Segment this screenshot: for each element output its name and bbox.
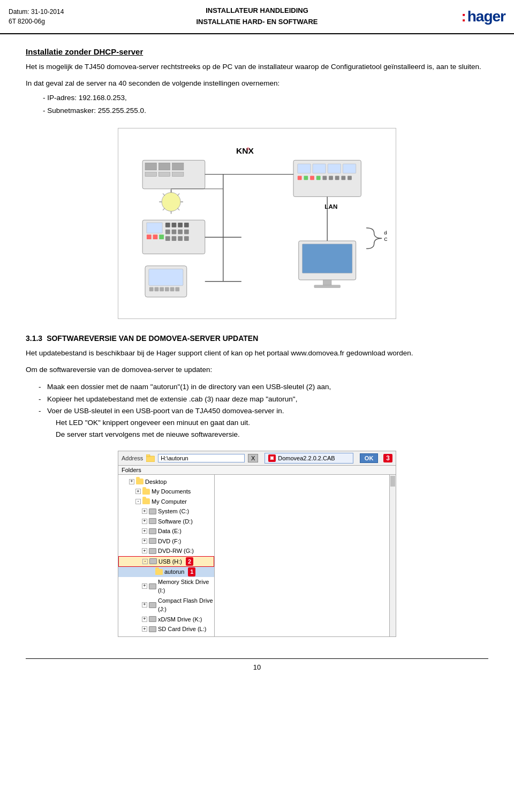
fm-expand-icon: + xyxy=(142,617,147,622)
fm-address-input[interactable]: H:\autorun xyxy=(158,454,245,462)
svg-rect-34 xyxy=(184,237,189,241)
settings-ip: IP-adres: 192.168.0.253, xyxy=(43,92,488,104)
fm-badge-2: 2 xyxy=(186,557,193,566)
fm-tree-item-autorun[interactable]: autorun 1 xyxy=(118,567,214,577)
svg-rect-7 xyxy=(158,172,170,177)
svg-rect-48 xyxy=(298,176,302,180)
fm-expand-icon: + xyxy=(142,626,147,632)
fm-ok-button[interactable]: OK xyxy=(360,453,379,463)
fm-drive-icon xyxy=(149,509,156,514)
svg-rect-47 xyxy=(343,164,356,173)
fm-item-label: Data (E:) xyxy=(158,527,182,536)
fm-item-label: autorun xyxy=(164,567,184,576)
fm-drive-icon xyxy=(149,558,157,564)
fm-expand-icon: + xyxy=(129,479,134,484)
fm-drive-icon xyxy=(149,548,156,554)
header-title2: INSTALLATIE HARD- EN SOFTWARE xyxy=(196,17,318,28)
svg-rect-22 xyxy=(159,235,164,240)
fm-tree-item-g[interactable]: + DVD-RW (G:) xyxy=(118,546,214,556)
svg-rect-45 xyxy=(313,164,326,173)
svg-rect-40 xyxy=(165,287,169,292)
svg-text:domovea: domovea xyxy=(384,231,387,236)
fm-tree-item-j[interactable]: + Compact Flash Drive (J:) xyxy=(118,596,214,614)
svg-rect-5 xyxy=(172,163,184,171)
svg-rect-6 xyxy=(145,172,156,177)
knx-diagram-svg: KNX ® xyxy=(127,137,387,308)
fm-no-expand xyxy=(148,567,154,576)
header-date: Datum: 31-10-2014 xyxy=(9,7,84,17)
file-manager-window: Address H:\autorun X ▣ Domovea2.2.0.2.CA… xyxy=(118,451,396,637)
svg-rect-51 xyxy=(316,176,321,180)
file-manager-screenshot: Address H:\autorun X ▣ Domovea2.2.0.2.CA… xyxy=(26,451,488,637)
fm-item-label: Compact Flash Drive (J:) xyxy=(158,596,214,614)
fm-item-label: DVD (F:) xyxy=(158,537,181,546)
svg-rect-8 xyxy=(172,172,184,177)
fm-tree-item-f[interactable]: + DVD (F:) xyxy=(118,536,214,547)
settings-subnet: Subnetmasker: 255.255.255.0. xyxy=(43,104,488,117)
fm-folder-icon xyxy=(155,569,163,575)
svg-line-14 xyxy=(163,194,165,196)
section-dhcp-para1: Het is mogelijk de TJ450 domovea-server … xyxy=(26,62,488,73)
update-step-3-line2: Het LED "OK" knippert ongeveer een minuu… xyxy=(47,419,250,427)
update-steps-list: Maak een dossier met de naam "autorun"(1… xyxy=(26,381,488,441)
page-number: 10 xyxy=(253,663,261,671)
page-content: Installatie zonder DHCP-server Het is mo… xyxy=(0,34,514,688)
header-docnum: 6T 8200-06g xyxy=(9,17,84,26)
fm-tree-item-k[interactable]: + xD/SM Drive (K:) xyxy=(118,614,214,625)
fm-expand-icon: - xyxy=(142,559,148,564)
update-step-1: Maak een dossier met de naam "autorun"(1… xyxy=(39,381,488,393)
svg-rect-28 xyxy=(172,230,177,234)
fm-folder-icon xyxy=(136,479,143,484)
fm-expand-icon: + xyxy=(142,519,147,524)
fm-tree-item-d[interactable]: + Software (D:) xyxy=(118,517,214,527)
update-step-2: Kopieer het updatebestand met de extensi… xyxy=(39,393,488,405)
fm-drive-icon xyxy=(149,583,156,589)
hager-logo-colon: : xyxy=(461,8,466,25)
fm-tree-item-c[interactable]: + System (C:) xyxy=(118,506,214,517)
fm-body: + Desktop + My Documents - My Compu xyxy=(118,475,396,636)
svg-line-16 xyxy=(163,208,165,210)
fm-item-label: SD Card Drive (L:) xyxy=(158,625,206,634)
svg-rect-61 xyxy=(314,285,341,288)
svg-text:®: ® xyxy=(247,147,250,151)
svg-rect-21 xyxy=(153,235,158,240)
svg-rect-27 xyxy=(165,230,170,234)
fm-folders-label-row: Folders xyxy=(118,466,396,475)
svg-rect-56 xyxy=(347,176,352,180)
svg-rect-59 xyxy=(303,244,352,273)
header-center: INSTALLATEUR HANDLEIDING INSTALLATIE HAR… xyxy=(84,4,430,29)
fm-expand-icon: + xyxy=(142,528,147,534)
fm-main-area xyxy=(215,475,389,636)
fm-address-label: Address xyxy=(122,455,143,461)
page-footer: 10 xyxy=(26,658,488,671)
svg-rect-4 xyxy=(158,163,170,171)
fm-item-label: System (C:) xyxy=(158,507,189,516)
fm-tree-item-i[interactable]: + Memory Stick Drive (I:) xyxy=(118,577,214,596)
header-right: : hager xyxy=(430,4,505,29)
svg-rect-20 xyxy=(147,235,152,240)
fm-drive-icon xyxy=(149,626,156,632)
fm-close-button[interactable]: X xyxy=(248,454,258,462)
fm-tree-item-h-usb[interactable]: - USB (H:) 2 xyxy=(118,556,214,567)
fm-scrollbar[interactable] xyxy=(389,475,396,636)
svg-rect-30 xyxy=(184,230,189,234)
svg-rect-38 xyxy=(155,287,159,292)
svg-rect-46 xyxy=(328,164,341,173)
header-left: Datum: 31-10-2014 6T 8200-06g xyxy=(9,4,84,29)
svg-rect-33 xyxy=(178,237,183,241)
fm-expand-icon: + xyxy=(142,548,147,553)
fm-sidebar: + Desktop + My Documents - My Compu xyxy=(118,475,215,636)
svg-rect-42 xyxy=(175,287,179,292)
fm-badge-1: 1 xyxy=(188,567,195,576)
svg-rect-31 xyxy=(165,237,170,241)
fm-tree-item-e[interactable]: + Data (E:) xyxy=(118,526,214,536)
settings-list: IP-adres: 192.168.0.253, Subnetmasker: 2… xyxy=(26,92,488,118)
fm-tree-item-mycomputer[interactable]: - My Computer xyxy=(118,497,214,507)
fm-tree-item-desktop[interactable]: + Desktop xyxy=(118,477,214,487)
fm-tree-item-l[interactable]: + SD Card Drive (L:) xyxy=(118,624,214,634)
subsection-para2-intro: Om de softwareversie van de domovea-serv… xyxy=(26,365,488,376)
fm-tree-item-mydocs[interactable]: + My Documents xyxy=(118,487,214,497)
svg-rect-55 xyxy=(341,176,345,180)
fm-item-label: My Computer xyxy=(152,497,187,506)
svg-line-15 xyxy=(177,194,179,196)
